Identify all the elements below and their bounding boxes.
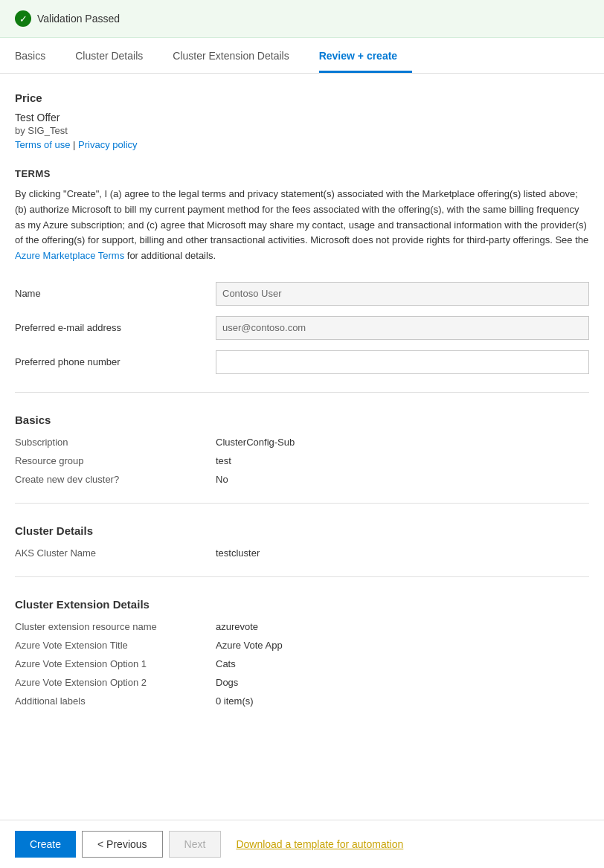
price-section-title: Price	[15, 91, 589, 104]
terms-header: TERMS	[15, 168, 589, 179]
cluster-details-section-title: Cluster Details	[15, 518, 589, 537]
email-input[interactable]	[216, 316, 589, 340]
tab-cluster-extension-details[interactable]: Cluster Extension Details	[173, 38, 303, 73]
extension-option2-row: Azure Vote Extension Option 2 Dogs	[15, 677, 589, 688]
offer-name: Test Offer	[15, 112, 589, 123]
extension-resource-name-value: azurevote	[216, 621, 258, 632]
terms-body: By clicking "Create", I (a) agree to the…	[15, 187, 589, 264]
tab-review-create[interactable]: Review + create	[319, 38, 412, 73]
offer-links: Terms of use | Privacy policy	[15, 139, 589, 150]
phone-label: Preferred phone number	[15, 356, 216, 367]
name-label: Name	[15, 288, 216, 299]
extension-title-label: Azure Vote Extension Title	[15, 640, 216, 651]
dev-cluster-label: Create new dev cluster?	[15, 474, 216, 485]
divider-1	[15, 392, 589, 393]
terms-section: TERMS By clicking "Create", I (a) agree …	[15, 168, 589, 264]
main-content: Price Test Offer by SIG_Test Terms of us…	[0, 74, 604, 799]
additional-labels-label: Additional labels	[15, 695, 216, 707]
email-label: Preferred e-mail address	[15, 322, 216, 333]
tabs-bar: Basics Cluster Details Cluster Extension…	[0, 38, 604, 74]
terms-body-text: By clicking "Create", I (a) agree to the…	[15, 188, 588, 245]
pipe-separator: |	[73, 139, 75, 150]
privacy-policy-link[interactable]: Privacy policy	[78, 139, 137, 150]
aks-cluster-name-label: AKS Cluster Name	[15, 547, 216, 559]
validation-icon: ✓	[15, 10, 31, 27]
cluster-details-review-section: Cluster Details AKS Cluster Name testclu…	[15, 518, 589, 559]
phone-input[interactable]	[216, 350, 589, 374]
offer-by: by SIG_Test	[15, 125, 589, 136]
additional-labels-value: 0 item(s)	[216, 695, 254, 707]
phone-row: Preferred phone number	[15, 350, 589, 374]
dev-cluster-value: No	[216, 474, 228, 485]
resource-group-label: Resource group	[15, 455, 216, 466]
tab-cluster-details[interactable]: Cluster Details	[75, 38, 158, 73]
aks-cluster-name-row: AKS Cluster Name testcluster	[15, 547, 589, 559]
divider-3	[15, 576, 589, 577]
basics-section-title: Basics	[15, 408, 589, 426]
tab-basics[interactable]: Basics	[15, 38, 60, 73]
name-input[interactable]	[216, 282, 589, 306]
subscription-row: Subscription ClusterConfig-Sub	[15, 437, 589, 448]
extension-option1-row: Azure Vote Extension Option 1 Cats	[15, 658, 589, 669]
price-section: Price Test Offer by SIG_Test Terms of us…	[15, 91, 589, 150]
validation-bar: ✓ Validation Passed	[0, 0, 604, 38]
extension-title-value: Azure Vote App	[216, 640, 283, 651]
extension-option2-value: Dogs	[216, 677, 238, 688]
extension-title-row: Azure Vote Extension Title Azure Vote Ap…	[15, 640, 589, 651]
basics-review-section: Basics Subscription ClusterConfig-Sub Re…	[15, 408, 589, 485]
divider-2	[15, 503, 589, 504]
email-row: Preferred e-mail address	[15, 316, 589, 340]
cluster-extension-review-section: Cluster Extension Details Cluster extens…	[15, 592, 589, 707]
subscription-value: ClusterConfig-Sub	[216, 437, 295, 448]
extension-option1-value: Cats	[216, 658, 236, 669]
footer: Create < Previous Next Download a templa…	[0, 820, 604, 868]
download-template-button[interactable]: Download a template for automation	[236, 838, 403, 850]
next-button: Next	[169, 831, 222, 858]
aks-cluster-name-value: testcluster	[216, 547, 260, 559]
extension-option2-label: Azure Vote Extension Option 2	[15, 677, 216, 688]
previous-button[interactable]: < Previous	[82, 831, 163, 858]
additional-labels-row: Additional labels 0 item(s)	[15, 695, 589, 707]
extension-option1-label: Azure Vote Extension Option 1	[15, 658, 216, 669]
contact-form: Name Preferred e-mail address Preferred …	[15, 282, 589, 374]
subscription-label: Subscription	[15, 437, 216, 448]
extension-resource-name-label: Cluster extension resource name	[15, 621, 216, 632]
create-button[interactable]: Create	[15, 831, 76, 858]
terms-body-end: for additional details.	[124, 250, 216, 261]
validation-text: Validation Passed	[37, 13, 120, 25]
cluster-extension-section-title: Cluster Extension Details	[15, 592, 589, 611]
dev-cluster-row: Create new dev cluster? No	[15, 474, 589, 485]
resource-group-value: test	[216, 455, 231, 466]
terms-of-use-link[interactable]: Terms of use	[15, 139, 70, 150]
extension-resource-name-row: Cluster extension resource name azurevot…	[15, 621, 589, 632]
resource-group-row: Resource group test	[15, 455, 589, 466]
name-row: Name	[15, 282, 589, 306]
azure-marketplace-terms-link[interactable]: Azure Marketplace Terms	[15, 250, 124, 261]
